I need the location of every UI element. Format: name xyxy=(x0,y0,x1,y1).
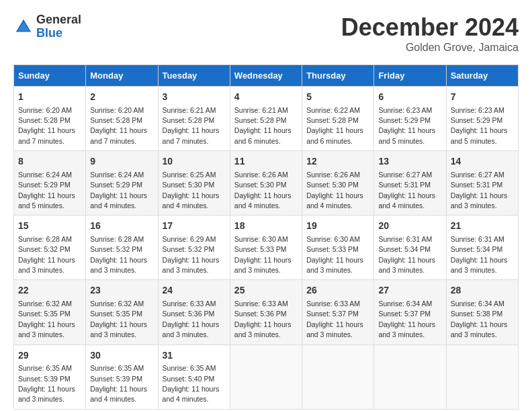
day-info: Sunrise: 6:33 AMSunset: 5:37 PMDaylight:… xyxy=(306,300,363,338)
location-title: Golden Grove, Jamaica xyxy=(341,42,519,54)
month-title: December 2024 xyxy=(341,13,519,42)
day-number: 21 xyxy=(451,220,514,233)
logo-icon xyxy=(13,17,34,37)
day-info: Sunrise: 6:20 AMSunset: 5:28 PMDaylight:… xyxy=(90,106,147,145)
calendar-cell: 17Sunrise: 6:29 AMSunset: 5:32 PMDayligh… xyxy=(158,216,230,280)
calendar-week-2: 8Sunrise: 6:24 AMSunset: 5:29 PMDaylight… xyxy=(14,151,519,216)
header-day-wednesday: Wednesday xyxy=(230,65,302,87)
day-number: 20 xyxy=(378,220,441,233)
calendar-cell: 9Sunrise: 6:24 AMSunset: 5:29 PMDaylight… xyxy=(86,151,158,216)
calendar-cell: 14Sunrise: 6:27 AMSunset: 5:31 PMDayligh… xyxy=(446,151,518,216)
calendar-cell: 1Sunrise: 6:20 AMSunset: 5:28 PMDaylight… xyxy=(14,87,86,151)
calendar-cell: 31Sunrise: 6:35 AMSunset: 5:40 PMDayligh… xyxy=(158,345,230,409)
day-number: 31 xyxy=(163,349,226,363)
calendar-cell: 27Sunrise: 6:34 AMSunset: 5:37 PMDayligh… xyxy=(374,280,446,345)
day-info: Sunrise: 6:34 AMSunset: 5:38 PMDaylight:… xyxy=(451,300,508,338)
calendar-cell: 20Sunrise: 6:31 AMSunset: 5:34 PMDayligh… xyxy=(374,216,446,280)
calendar-week-3: 15Sunrise: 6:28 AMSunset: 5:32 PMDayligh… xyxy=(14,216,519,280)
calendar-cell: 5Sunrise: 6:22 AMSunset: 5:28 PMDaylight… xyxy=(302,87,374,151)
day-info: Sunrise: 6:23 AMSunset: 5:29 PMDaylight:… xyxy=(451,106,508,145)
logo-text: General Blue xyxy=(36,13,81,40)
header-day-thursday: Thursday xyxy=(302,65,374,87)
calendar-cell: 8Sunrise: 6:24 AMSunset: 5:29 PMDaylight… xyxy=(14,151,86,216)
day-info: Sunrise: 6:20 AMSunset: 5:28 PMDaylight:… xyxy=(18,106,75,145)
day-info: Sunrise: 6:32 AMSunset: 5:35 PMDaylight:… xyxy=(90,300,147,338)
day-number: 11 xyxy=(234,155,298,169)
day-info: Sunrise: 6:26 AMSunset: 5:30 PMDaylight:… xyxy=(306,171,363,210)
day-info: Sunrise: 6:30 AMSunset: 5:33 PMDaylight:… xyxy=(234,235,292,274)
calendar-cell: 29Sunrise: 6:35 AMSunset: 5:39 PMDayligh… xyxy=(14,345,86,409)
calendar-cell: 21Sunrise: 6:31 AMSunset: 5:34 PMDayligh… xyxy=(446,216,518,280)
day-number: 15 xyxy=(18,220,81,233)
header-day-tuesday: Tuesday xyxy=(158,65,230,87)
calendar-cell: 18Sunrise: 6:30 AMSunset: 5:33 PMDayligh… xyxy=(230,216,302,280)
day-number: 24 xyxy=(163,284,226,298)
calendar-cell: 30Sunrise: 6:35 AMSunset: 5:39 PMDayligh… xyxy=(86,345,158,409)
day-info: Sunrise: 6:27 AMSunset: 5:31 PMDaylight:… xyxy=(378,171,435,210)
day-number: 14 xyxy=(451,155,514,169)
day-info: Sunrise: 6:31 AMSunset: 5:34 PMDaylight:… xyxy=(451,235,508,274)
calendar-cell: 10Sunrise: 6:25 AMSunset: 5:30 PMDayligh… xyxy=(158,151,230,216)
calendar-cell: 26Sunrise: 6:33 AMSunset: 5:37 PMDayligh… xyxy=(302,280,374,345)
calendar-cell: 7Sunrise: 6:23 AMSunset: 5:29 PMDaylight… xyxy=(446,87,518,151)
logo: General Blue xyxy=(13,13,81,40)
day-info: Sunrise: 6:21 AMSunset: 5:28 PMDaylight:… xyxy=(163,106,220,145)
day-number: 12 xyxy=(306,155,369,169)
day-info: Sunrise: 6:25 AMSunset: 5:30 PMDaylight:… xyxy=(163,171,220,210)
header-day-monday: Monday xyxy=(86,65,158,87)
calendar-cell: 3Sunrise: 6:21 AMSunset: 5:28 PMDaylight… xyxy=(158,87,230,151)
day-number: 27 xyxy=(378,284,441,298)
day-info: Sunrise: 6:28 AMSunset: 5:32 PMDaylight:… xyxy=(18,235,75,274)
day-number: 9 xyxy=(90,155,153,169)
day-number: 23 xyxy=(90,284,153,298)
day-number: 10 xyxy=(163,155,226,169)
day-number: 3 xyxy=(163,91,226,104)
calendar-cell: 28Sunrise: 6:34 AMSunset: 5:38 PMDayligh… xyxy=(446,280,518,345)
day-number: 1 xyxy=(18,91,81,104)
calendar-header-row: SundayMondayTuesdayWednesdayThursdayFrid… xyxy=(14,65,519,87)
calendar-cell: 13Sunrise: 6:27 AMSunset: 5:31 PMDayligh… xyxy=(374,151,446,216)
day-info: Sunrise: 6:23 AMSunset: 5:29 PMDaylight:… xyxy=(378,106,435,145)
calendar-cell: 16Sunrise: 6:28 AMSunset: 5:32 PMDayligh… xyxy=(86,216,158,280)
day-info: Sunrise: 6:35 AMSunset: 5:39 PMDaylight:… xyxy=(90,364,147,403)
calendar-cell: 12Sunrise: 6:26 AMSunset: 5:30 PMDayligh… xyxy=(302,151,374,216)
day-info: Sunrise: 6:34 AMSunset: 5:37 PMDaylight:… xyxy=(378,300,435,338)
calendar-cell xyxy=(302,345,374,409)
calendar-cell: 11Sunrise: 6:26 AMSunset: 5:30 PMDayligh… xyxy=(230,151,302,216)
calendar-table: SundayMondayTuesdayWednesdayThursdayFrid… xyxy=(13,64,519,410)
day-number: 8 xyxy=(18,155,81,169)
day-number: 22 xyxy=(18,284,81,298)
calendar-week-1: 1Sunrise: 6:20 AMSunset: 5:28 PMDaylight… xyxy=(14,87,519,151)
day-number: 7 xyxy=(451,91,514,104)
logo-general: General xyxy=(36,13,81,27)
header-day-sunday: Sunday xyxy=(14,65,86,87)
calendar-cell: 22Sunrise: 6:32 AMSunset: 5:35 PMDayligh… xyxy=(14,280,86,345)
day-info: Sunrise: 6:24 AMSunset: 5:29 PMDaylight:… xyxy=(90,171,147,210)
day-number: 16 xyxy=(90,220,153,233)
day-info: Sunrise: 6:30 AMSunset: 5:33 PMDaylight:… xyxy=(306,235,363,274)
day-info: Sunrise: 6:28 AMSunset: 5:32 PMDaylight:… xyxy=(90,235,147,274)
calendar-week-5: 29Sunrise: 6:35 AMSunset: 5:39 PMDayligh… xyxy=(14,345,519,409)
calendar-cell: 4Sunrise: 6:21 AMSunset: 5:28 PMDaylight… xyxy=(230,87,302,151)
day-number: 28 xyxy=(451,284,514,298)
calendar-cell: 25Sunrise: 6:33 AMSunset: 5:36 PMDayligh… xyxy=(230,280,302,345)
header-day-saturday: Saturday xyxy=(446,65,518,87)
day-number: 30 xyxy=(90,349,153,363)
calendar-cell: 2Sunrise: 6:20 AMSunset: 5:28 PMDaylight… xyxy=(86,87,158,151)
page-header: General Blue December 2024 Golden Grove,… xyxy=(13,13,519,54)
day-number: 18 xyxy=(234,220,298,233)
day-info: Sunrise: 6:21 AMSunset: 5:28 PMDaylight:… xyxy=(234,106,292,145)
day-info: Sunrise: 6:31 AMSunset: 5:34 PMDaylight:… xyxy=(378,235,435,274)
day-info: Sunrise: 6:35 AMSunset: 5:39 PMDaylight:… xyxy=(18,364,75,403)
day-info: Sunrise: 6:22 AMSunset: 5:28 PMDaylight:… xyxy=(306,106,363,145)
day-number: 2 xyxy=(90,91,153,104)
day-number: 4 xyxy=(234,91,298,104)
title-section: December 2024 Golden Grove, Jamaica xyxy=(341,13,519,54)
day-number: 29 xyxy=(18,349,81,363)
calendar-cell: 23Sunrise: 6:32 AMSunset: 5:35 PMDayligh… xyxy=(86,280,158,345)
calendar-cell: 15Sunrise: 6:28 AMSunset: 5:32 PMDayligh… xyxy=(14,216,86,280)
calendar-cell xyxy=(374,345,446,409)
day-number: 13 xyxy=(378,155,441,169)
day-info: Sunrise: 6:33 AMSunset: 5:36 PMDaylight:… xyxy=(234,300,292,338)
day-number: 26 xyxy=(306,284,369,298)
